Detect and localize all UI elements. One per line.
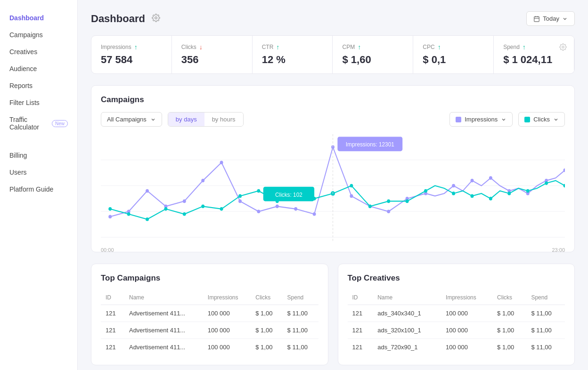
cell-clicks: $ 1,00: [492, 305, 526, 322]
chart-dot: [220, 161, 223, 164]
sidebar: Dashboard Campaigns Creatives Audience R…: [0, 0, 78, 370]
campaigns-section-title: Campaigns: [101, 95, 565, 105]
sidebar-item-campaigns[interactable]: Campaigns: [0, 26, 77, 43]
cell-name: ads_320x100_1: [373, 322, 441, 339]
col-impressions: Impressions: [203, 290, 251, 305]
col-clicks: Clicks: [492, 290, 526, 305]
stat-cpc-label: CPC ↑: [423, 43, 484, 51]
cell-name: ads_340x340_1: [373, 305, 441, 322]
impressions-line: [110, 147, 565, 217]
cell-name: ads_720x90_1: [373, 339, 441, 356]
impressions-legend-label: Impressions: [465, 116, 498, 123]
sidebar-item-filter-lists[interactable]: Filter Lists: [0, 94, 77, 111]
cell-clicks: $ 1,00: [251, 322, 282, 339]
cell-spend: $ 11,00: [283, 339, 318, 356]
chart-dot: [526, 189, 530, 193]
new-badge: New: [52, 120, 68, 127]
chart-dot: [489, 176, 492, 180]
time-tab-group: by days by hours: [168, 112, 244, 127]
calendar-icon: [533, 16, 540, 22]
sidebar-item-billing[interactable]: Billing: [0, 147, 77, 164]
top-creatives-title: Top Creatives: [348, 273, 565, 283]
chart-dot: [471, 194, 474, 198]
stat-ctr: CTR ↑ 12 %: [253, 36, 333, 73]
chart-dot: [368, 205, 372, 209]
sidebar-item-users[interactable]: Users: [0, 164, 77, 181]
sidebar-item-label: Campaigns: [9, 31, 43, 39]
col-clicks: Clicks: [251, 290, 282, 305]
chart-dot: [257, 209, 260, 213]
col-impressions: Impressions: [441, 290, 492, 305]
top-creatives-table: ID Name Impressions Clicks Spend 121 ads…: [348, 290, 565, 355]
cell-spend: $ 11,00: [526, 322, 565, 339]
chart-dot: [276, 205, 279, 209]
date-filter-button[interactable]: Today: [526, 11, 575, 26]
col-id: ID: [101, 290, 124, 305]
col-name: Name: [373, 290, 441, 305]
main-content: Dashboard Today Impres: [78, 0, 588, 370]
clicks-legend-button[interactable]: Clicks: [518, 112, 565, 127]
impressions-legend-button[interactable]: Impressions: [449, 112, 513, 127]
chart-dot: [238, 200, 242, 203]
stat-clicks-label: Clicks ↓: [181, 43, 243, 51]
sidebar-item-traffic-calculator[interactable]: Traffic Calculator New: [0, 111, 77, 136]
chart-dot: [201, 205, 204, 209]
cell-name: Advertisement 411...: [124, 322, 203, 339]
chart-dot: [146, 189, 149, 193]
date-filter-label: Today: [543, 15, 559, 22]
tab-by-days[interactable]: by days: [168, 113, 204, 126]
table-row: 121 Advertisement 411... 100 000 $ 1,00 …: [101, 305, 318, 322]
chart-dot: [406, 200, 409, 203]
trend-up-icon: ↑: [358, 43, 361, 51]
chart-x-start: 00:00: [101, 247, 114, 253]
top-campaigns-card: Top Campaigns ID Name Impressions Clicks…: [91, 264, 328, 365]
sidebar-item-audience[interactable]: Audience: [0, 60, 77, 77]
cell-clicks: $ 1,00: [251, 339, 282, 356]
page-title-wrap: Dashboard: [91, 12, 162, 26]
campaigns-card: Campaigns All Campaigns by days by hours: [91, 85, 575, 252]
stats-settings-icon[interactable]: [559, 43, 567, 53]
bottom-row: Top Campaigns ID Name Impressions Clicks…: [91, 264, 575, 365]
table-header-row: ID Name Impressions Clicks Spend: [101, 290, 318, 305]
page-title: Dashboard: [91, 13, 145, 25]
table-row: 121 ads_320x100_1 100 000 $ 1,00 $ 11,00: [348, 322, 565, 339]
chart-dot: [489, 197, 492, 201]
trend-up-icon: ↑: [134, 43, 138, 51]
cell-impressions: 100 000: [441, 305, 492, 322]
sidebar-item-creatives[interactable]: Creatives: [0, 43, 77, 60]
chart-dot: [350, 194, 353, 198]
sidebar-item-platform-guide[interactable]: Platform Guide: [0, 181, 77, 198]
stat-cpc-value: $ 0,1: [423, 54, 484, 66]
campaign-filter-select[interactable]: All Campaigns: [101, 112, 162, 127]
campaign-filter-label: All Campaigns: [107, 116, 147, 123]
chart-dot: [183, 212, 186, 216]
chart-dot: [164, 207, 167, 211]
sidebar-item-reports[interactable]: Reports: [0, 77, 77, 94]
clicks-line: [110, 181, 565, 219]
trend-down-icon: ↓: [199, 43, 203, 51]
chart-dot: [387, 200, 390, 203]
sidebar-item-dashboard[interactable]: Dashboard: [0, 9, 77, 26]
svg-point-5: [562, 46, 564, 48]
stat-spend-label: Spend ↑: [503, 43, 564, 51]
chart-svg: Impressions: 12301 Clicks: 102: [101, 134, 565, 242]
page-settings-button[interactable]: [150, 12, 162, 26]
stat-cpc: CPC ↑ $ 0,1: [413, 36, 494, 73]
stat-spend-value: $ 1 024,11: [503, 54, 564, 66]
chart-controls: All Campaigns by days by hours: [101, 112, 565, 127]
chart-dot: [183, 200, 186, 203]
clicks-legend-color: [524, 117, 530, 122]
chart-dot: [545, 181, 548, 185]
sidebar-item-label: Audience: [9, 65, 37, 72]
chevron-down-icon: [562, 16, 568, 22]
chart-dot: [238, 194, 242, 198]
col-spend: Spend: [526, 290, 565, 305]
sidebar-item-label: Traffic Calculator: [9, 116, 46, 131]
chart-area: Impressions: 12301 Clicks: 102 00:00 23:…: [101, 134, 565, 242]
svg-rect-1: [534, 16, 539, 22]
cell-spend: $ 11,00: [526, 305, 565, 322]
cell-impressions: 100 000: [203, 339, 251, 356]
table-row: 121 ads_340x340_1 100 000 $ 1,00 $ 11,00: [348, 305, 565, 322]
stat-impressions-label: Impressions ↑: [101, 43, 162, 51]
tab-by-hours[interactable]: by hours: [204, 113, 243, 126]
